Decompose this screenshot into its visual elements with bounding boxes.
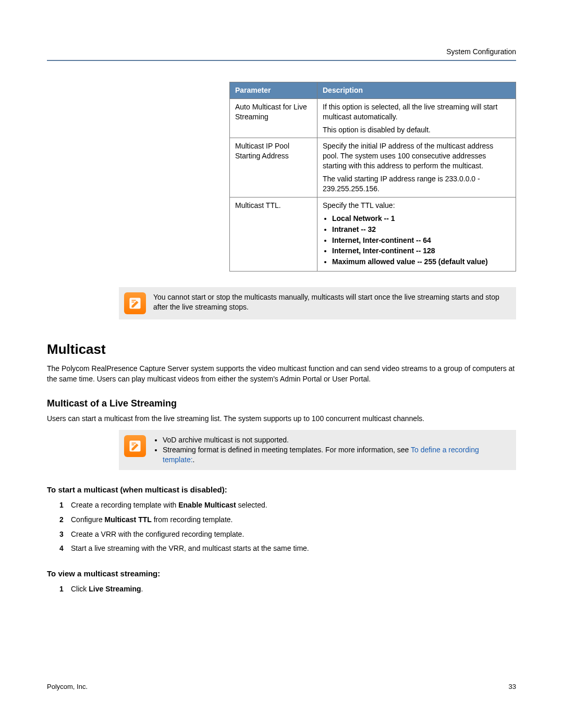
text-span: . [193,455,195,464]
desc-paragraph: Specify the initial IP address of the mu… [323,141,510,171]
note-icon [124,292,146,314]
table-row: Auto Multicast for Live Streaming If thi… [230,98,516,138]
body-paragraph: Users can start a multicast from the liv… [47,414,516,424]
text-span: from recording template. [152,515,233,524]
heading-multicast: Multicast [47,340,516,359]
steps-list: Click Live Streaming. [47,584,516,595]
text-span: Streaming format is defined in meeting t… [163,446,411,454]
list-item: VoD archive multicast is not supported. [163,435,508,445]
ttl-list: Local Network -- 1 Intranet -- 32 Intern… [323,214,510,267]
steps-list: Create a recording template with Enable … [47,500,516,553]
table-header-row: Parameter Description [230,82,516,98]
svg-rect-4 [132,443,136,444]
heading-multicast-live: Multicast of a Live Streaming [47,397,516,410]
svg-rect-1 [132,300,136,301]
list-item: Internet, Inter-continent -- 128 [332,246,510,256]
col-header-description: Description [317,82,516,98]
bold-term: Multicast TTL [105,515,152,524]
text-span: . [141,585,143,593]
page-number: 33 [509,682,516,692]
text-span: Click [71,585,89,593]
step-item: Create a recording template with Enable … [59,500,516,511]
list-item: Streaming format is defined in meeting t… [163,445,508,465]
table-row: Multicast IP Pool Starting Address Speci… [230,138,516,197]
step-item: Configure Multicast TTL from recording t… [59,515,516,525]
footer-company: Polycom, Inc. [47,682,88,692]
note-box: VoD archive multicast is not supported. … [119,430,516,470]
desc-paragraph: If this option is selected, all the live… [323,102,510,122]
note-icon [124,435,146,457]
note-box: You cannot start or stop the multicasts … [119,287,516,319]
heading-view-multicast: To view a multicast streaming: [47,569,516,579]
svg-rect-2 [132,302,134,303]
step-item: Start a live streaming with the VRR, and… [59,544,516,554]
parameter-table: Parameter Description Auto Multicast for… [229,82,516,272]
list-item: Local Network -- 1 [332,214,510,224]
body-paragraph: The Polycom RealPresence Capture Server … [47,364,516,384]
desc-paragraph: Specify the TTL value: [323,201,510,211]
desc-cell: If this option is selected, all the live… [317,98,516,138]
page-header: System Configuration [47,47,516,57]
col-header-parameter: Parameter [230,82,317,98]
step-item: Click Live Streaming. [59,584,516,595]
desc-paragraph: The valid starting IP address range is 2… [323,174,510,194]
bold-term: Enable Multicast [178,501,236,509]
text-span: Configure [71,515,105,524]
bold-term: Live Streaming [89,585,141,593]
heading-start-multicast: To start a multicast (when multicast is … [47,485,516,495]
note-text: VoD archive multicast is not supported. … [153,435,508,465]
param-cell: Multicast TTL. [230,197,317,271]
param-cell: Auto Multicast for Live Streaming [230,98,317,138]
param-cell: Multicast IP Pool Starting Address [230,138,317,197]
note-text: You cannot start or stop the multicasts … [153,292,508,312]
text-span: selected. [236,501,267,509]
header-rule [47,60,516,61]
desc-paragraph: This option is disabled by default. [323,125,510,135]
text-span: Create a recording template with [71,501,178,509]
svg-rect-5 [132,445,134,446]
list-item: Internet, Inter-continent -- 64 [332,236,510,245]
table-row: Multicast TTL. Specify the TTL value: Lo… [230,197,516,271]
page: System Configuration Parameter Descripti… [0,0,563,728]
list-item: Maximum allowed value -- 255 (default va… [332,257,510,267]
page-footer: Polycom, Inc. 33 [47,682,516,692]
desc-cell: Specify the initial IP address of the mu… [317,138,516,197]
step-item: Create a VRR with the configured recordi… [59,529,516,540]
list-item: Intranet -- 32 [332,225,510,235]
desc-cell: Specify the TTL value: Local Network -- … [317,197,516,271]
